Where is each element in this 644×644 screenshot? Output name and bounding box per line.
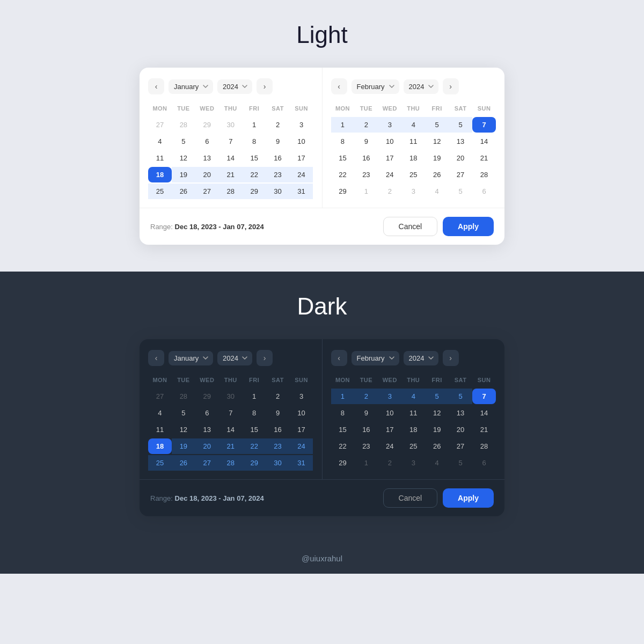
day-cell[interactable]: 3: [401, 184, 425, 199]
day-cell[interactable]: 28: [172, 117, 195, 133]
feb-month-select-dark[interactable]: February: [352, 351, 399, 365]
day-cell[interactable]: 26: [172, 184, 195, 199]
day-cell[interactable]: 9: [354, 134, 378, 149]
day-cell[interactable]: 10: [378, 405, 401, 421]
day-cell[interactable]: 14: [472, 405, 496, 421]
day-cell-range-start[interactable]: 18: [148, 167, 172, 182]
feb-year-select-light[interactable]: 2024: [404, 79, 438, 94]
day-cell[interactable]: 12: [425, 134, 449, 149]
day-cell[interactable]: 31: [290, 184, 313, 199]
day-cell[interactable]: 18: [401, 150, 425, 166]
day-cell[interactable]: 12: [172, 422, 195, 437]
day-cell[interactable]: 26: [172, 455, 195, 471]
day-cell[interactable]: 20: [195, 167, 219, 182]
day-cell[interactable]: 19: [172, 167, 195, 182]
day-cell[interactable]: 2: [354, 117, 378, 133]
day-cell[interactable]: 4: [401, 389, 425, 404]
day-cell[interactable]: 8: [243, 134, 266, 149]
feb-prev-btn-light[interactable]: ‹: [331, 78, 347, 94]
apply-button-dark[interactable]: Apply: [443, 488, 494, 508]
day-cell[interactable]: 1: [331, 117, 355, 133]
day-cell[interactable]: 30: [266, 455, 290, 471]
day-cell[interactable]: 9: [266, 405, 290, 421]
day-cell[interactable]: 6: [195, 134, 219, 149]
day-cell[interactable]: 23: [266, 438, 290, 454]
jan-year-select-light[interactable]: 2024: [217, 79, 252, 94]
day-cell[interactable]: 5: [425, 389, 449, 404]
day-cell[interactable]: 26: [425, 438, 449, 454]
day-cell-range-end[interactable]: 7: [472, 117, 496, 133]
day-cell[interactable]: 17: [378, 150, 401, 166]
day-cell[interactable]: 14: [219, 422, 243, 437]
day-cell[interactable]: 30: [219, 117, 243, 133]
day-cell[interactable]: 16: [354, 150, 378, 166]
day-cell[interactable]: 24: [290, 167, 313, 182]
day-cell[interactable]: 2: [378, 455, 401, 471]
day-cell[interactable]: 27: [449, 167, 472, 182]
day-cell[interactable]: 10: [290, 405, 313, 421]
jan-month-select-light[interactable]: January: [169, 79, 213, 94]
cancel-button-light[interactable]: Cancel: [383, 217, 438, 236]
jan-month-select-dark[interactable]: January: [169, 351, 213, 365]
day-cell[interactable]: 24: [378, 167, 401, 182]
day-cell[interactable]: 19: [172, 438, 195, 454]
day-cell[interactable]: 22: [243, 167, 266, 182]
day-cell[interactable]: 29: [331, 455, 355, 471]
jan-year-select-dark[interactable]: 2024: [217, 351, 252, 365]
day-cell[interactable]: 3: [290, 389, 313, 404]
day-cell[interactable]: 1: [354, 455, 378, 471]
day-cell-range-start[interactable]: 18: [148, 438, 172, 454]
day-cell[interactable]: 22: [331, 167, 355, 182]
day-cell[interactable]: 17: [290, 150, 313, 166]
day-cell[interactable]: 5: [449, 455, 472, 471]
day-cell[interactable]: 18: [401, 422, 425, 437]
day-cell[interactable]: 27: [195, 184, 219, 199]
day-cell[interactable]: 21: [472, 150, 496, 166]
feb-next-btn-dark[interactable]: ›: [443, 350, 459, 366]
day-cell[interactable]: 21: [219, 167, 243, 182]
day-cell[interactable]: 25: [148, 455, 172, 471]
day-cell[interactable]: 14: [472, 134, 496, 149]
day-cell[interactable]: 29: [331, 184, 355, 199]
day-cell[interactable]: 13: [449, 405, 472, 421]
day-cell[interactable]: 22: [331, 438, 355, 454]
day-cell[interactable]: 16: [266, 422, 290, 437]
day-cell[interactable]: 23: [354, 167, 378, 182]
day-cell[interactable]: 28: [472, 438, 496, 454]
day-cell[interactable]: 1: [331, 389, 355, 404]
day-cell[interactable]: 30: [266, 184, 290, 199]
day-cell[interactable]: 9: [266, 134, 290, 149]
day-cell[interactable]: 13: [449, 134, 472, 149]
day-cell[interactable]: 7: [219, 134, 243, 149]
jan-prev-btn-dark[interactable]: ‹: [148, 350, 164, 366]
day-cell[interactable]: 31: [290, 455, 313, 471]
day-cell[interactable]: 27: [449, 438, 472, 454]
day-cell[interactable]: 5: [172, 134, 195, 149]
day-cell[interactable]: 2: [378, 184, 401, 199]
day-cell[interactable]: 13: [195, 150, 219, 166]
day-cell[interactable]: 21: [219, 438, 243, 454]
day-cell[interactable]: 27: [195, 455, 219, 471]
jan-next-btn-dark[interactable]: ›: [257, 350, 273, 366]
day-cell[interactable]: 5: [449, 117, 472, 133]
day-cell[interactable]: 29: [243, 184, 266, 199]
day-cell[interactable]: 15: [331, 150, 355, 166]
day-cell[interactable]: 4: [401, 117, 425, 133]
cancel-button-dark[interactable]: Cancel: [383, 488, 438, 508]
day-cell[interactable]: 8: [331, 134, 355, 149]
day-cell[interactable]: 7: [219, 405, 243, 421]
jan-next-btn-light[interactable]: ›: [257, 78, 273, 94]
day-cell[interactable]: 3: [378, 389, 401, 404]
feb-month-select-light[interactable]: February: [352, 79, 399, 94]
day-cell[interactable]: 9: [354, 405, 378, 421]
day-cell[interactable]: 4: [425, 455, 449, 471]
day-cell[interactable]: 5: [449, 389, 472, 404]
day-cell[interactable]: 27: [148, 117, 172, 133]
day-cell[interactable]: 2: [266, 389, 290, 404]
day-cell[interactable]: 3: [290, 117, 313, 133]
day-cell[interactable]: 11: [148, 150, 172, 166]
day-cell[interactable]: 15: [243, 422, 266, 437]
day-cell[interactable]: 17: [290, 422, 313, 437]
day-cell[interactable]: 2: [266, 117, 290, 133]
feb-year-select-dark[interactable]: 2024: [404, 351, 438, 365]
